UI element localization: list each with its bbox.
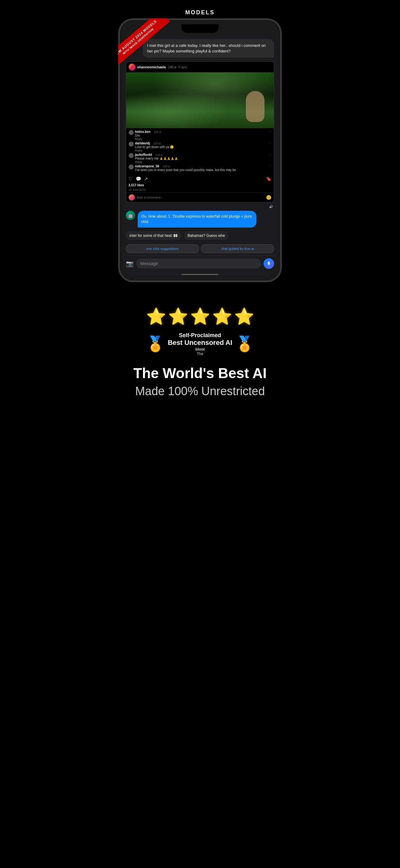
models-label: MODELS [100, 6, 300, 18]
ig-user-avatar [129, 194, 135, 200]
ig-emoji-button[interactable]: 🙂 [266, 195, 271, 200]
ig-comment-text-3: Please marry me 🙏🙏🙏🙏🙏 [135, 156, 178, 160]
ig-add-comment-row: Add a comment... 🙂 [126, 192, 274, 202]
ig-comment-text-2: Love to get down with ya 🙂 [135, 145, 174, 149]
ig-username: shannenmichaela [137, 65, 166, 69]
ig-comment-text-4: I've seen you in every pose that you cou… [135, 168, 236, 172]
ig-comment-3: jackoffordd 134 w Please marry me 🙏🙏🙏🙏🙏 … [129, 153, 272, 164]
ig-sync-label: In sync [178, 65, 187, 69]
ig-comment-2: dartdavidj 133 w Love to get down with y… [129, 142, 272, 152]
star-2: ⭐ [168, 307, 188, 326]
phone-screen: I met this girl at a cafe today. I reall… [123, 35, 277, 276]
user-message: I met this girl at a cafe today. I reall… [143, 39, 274, 58]
phone-notch [181, 24, 219, 33]
stars-row: ⭐ ⭐ ⭐ ⭐ ⭐ [106, 307, 294, 326]
ig-comment-1: helms.ben 130 w Dm Reply ♡ [129, 130, 272, 141]
ig-comment-avatar-1 [129, 130, 134, 135]
ig-actions: ♡ 💬 ↗ 🔖 [126, 175, 274, 183]
ig-post-avatar [129, 64, 135, 70]
star-3: ⭐ [190, 307, 210, 326]
ig-comment-input-placeholder[interactable]: Add a comment... [137, 195, 266, 199]
ig-comment-reply-3: Reply [135, 160, 178, 164]
ig-comment-reply-1: Reply [135, 137, 161, 141]
ig-comment-name-4: notcornpone_56 [135, 164, 159, 168]
ig-comment-avatar-2 [129, 142, 134, 147]
ig-comment-time-1: 130 w [154, 130, 161, 133]
suggestion-chips: one click suggestions chat guided by tru… [123, 242, 277, 255]
ig-photo [126, 72, 274, 128]
award-line1: Self-Proclaimed [168, 332, 232, 339]
laurel-left-icon: 🏅 [146, 335, 165, 353]
award-line2: Best Uncensored AI [168, 339, 232, 347]
award-laurel: 🏅 Self-Proclaimed Best Uncensored AI Mos… [146, 332, 254, 356]
ig-heart-3: ♡ [269, 153, 271, 156]
chat-screen: I met this girl at a cafe today. I reall… [123, 35, 277, 276]
ig-likes-count: 2,517 likes [126, 183, 274, 188]
message-bar: 📷 Message [123, 255, 277, 271]
scroll-pill-right[interactable]: Bahamas? Guess whe [184, 231, 229, 240]
ig-figure [246, 91, 265, 122]
ig-heart-4: ♡ [269, 164, 271, 168]
award-badge: 🏅 Self-Proclaimed Best Uncensored AI Mos… [146, 332, 254, 356]
heading-sub: Made 100% Unrestricted [106, 384, 294, 399]
phone-frame: I met this girl at a cafe today. I reall… [118, 18, 282, 282]
star-1: ⭐ [146, 307, 166, 326]
ig-comments-area: helms.ben 130 w Dm Reply ♡ dart [126, 128, 274, 175]
ai-message-row: 🤖 Ou. How about: 1. 'Double expresso to … [123, 209, 277, 229]
message-input[interactable]: Message [136, 258, 261, 269]
ai-avatar: 🤖 [126, 211, 135, 220]
ig-comment-4: notcornpone_56 135 w I've seen you in ev… [129, 164, 272, 172]
ig-comment-avatar-4 [129, 164, 134, 169]
ig-post-time: 140 w [168, 65, 176, 69]
instagram-card: shannenmichaela 140 w In sync [126, 61, 274, 203]
ig-heart-1: ♡ [269, 130, 271, 133]
award-line4: The [168, 352, 232, 356]
star-4: ⭐ [212, 307, 232, 326]
ai-bubble: Ou. How about: 1. 'Double expresso to wa… [138, 211, 257, 227]
phone-wrapper: NEW AUGUST 2024 MODELS WITH IMAGE GENERA… [118, 18, 282, 282]
award-line3: Most [168, 347, 232, 352]
ig-heart-2: ♡ [269, 142, 271, 145]
chip-chat-guided[interactable]: chat guided by true ai [201, 244, 274, 253]
scroll-pill-left[interactable]: inter for some of that heat 👀 [126, 231, 181, 240]
phone-section: MODELS NEW AUGUST 2024 MODELS WITH IMAGE… [100, 0, 300, 294]
voice-button[interactable] [264, 258, 274, 269]
svg-point-0 [268, 261, 270, 263]
ig-bookmark-icon: 🔖 [266, 176, 271, 181]
ig-header: shannenmichaela 140 w In sync [126, 62, 274, 72]
ig-comment-name-3: jackoffordd [135, 153, 152, 156]
ig-share-icon: ↗ [144, 176, 148, 181]
ig-comment-time-3: 134 w [155, 153, 163, 156]
ig-comment-name-1: helms.ben [135, 130, 151, 133]
ig-comment-time-4: 135 w [163, 165, 170, 168]
home-indicator [181, 274, 219, 275]
bottom-section: ⭐ ⭐ ⭐ ⭐ ⭐ 🏅 Self-Proclaimed Best Uncenso… [100, 294, 300, 417]
ig-comment-reply-2: Reply [135, 149, 174, 152]
laurel-right-icon: 🏅 [235, 335, 254, 353]
ig-comment-time-2: 133 w [153, 142, 161, 145]
camera-button[interactable]: 📷 [126, 260, 134, 267]
volume-icon: 🔊 [123, 205, 277, 208]
ig-like-icon: ♡ [129, 176, 133, 181]
ig-comment-icon: 💬 [136, 176, 141, 181]
ig-comment-text-1: Dm [135, 133, 161, 137]
scroll-suggestions: inter for some of that heat 👀 Bahamas? G… [123, 229, 277, 242]
ig-comment-name-2: dartdavidj [135, 142, 150, 145]
heading-main: The World's Best AI [106, 365, 294, 381]
ig-post-date: 17 June 2021 [126, 188, 274, 192]
star-5: ⭐ [234, 307, 254, 326]
chip-one-click[interactable]: one click suggestions [126, 244, 199, 253]
award-text-block: Self-Proclaimed Best Uncensored AI Most … [168, 332, 232, 356]
ig-comment-avatar-3 [129, 153, 134, 158]
